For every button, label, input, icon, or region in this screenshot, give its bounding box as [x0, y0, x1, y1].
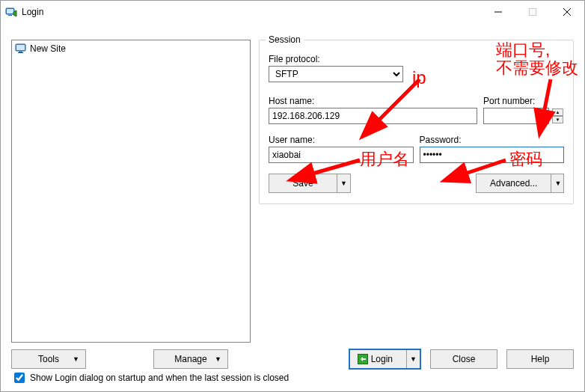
close-button[interactable]	[550, 1, 584, 23]
port-number-input[interactable]	[483, 108, 549, 124]
svg-rect-9	[19, 52, 22, 52]
login-button-main[interactable]: Login	[350, 350, 406, 368]
minimize-button[interactable]	[481, 1, 515, 23]
advanced-button-dropdown[interactable]: ▼	[551, 174, 564, 192]
session-group: Session File protocol: SFTP Host name: P…	[259, 40, 574, 204]
save-button-main[interactable]: Save	[269, 174, 337, 192]
window-title: Login	[22, 7, 481, 17]
save-button[interactable]: Save ▼	[269, 174, 351, 193]
help-button[interactable]: Help	[506, 349, 574, 369]
show-login-checkbox-input[interactable]	[14, 373, 25, 383]
login-button-dropdown[interactable]: ▼	[406, 350, 420, 368]
sites-list[interactable]: New Site	[11, 40, 251, 343]
monitor-icon	[15, 43, 27, 55]
close-dialog-label: Close	[453, 354, 476, 364]
site-item-new-site[interactable]: New Site	[15, 42, 247, 55]
user-name-input[interactable]	[269, 147, 414, 163]
maximize-button[interactable]	[515, 1, 550, 23]
host-name-label: Host name:	[269, 96, 477, 106]
svg-rect-2	[8, 15, 12, 16]
show-login-checkbox-label: Show Login dialog on startup and when th…	[30, 373, 289, 383]
file-protocol-select[interactable]: SFTP	[269, 66, 403, 82]
tools-button-label: Tools	[38, 354, 59, 364]
advanced-button-main[interactable]: Advanced...	[477, 174, 551, 192]
password-label: Password:	[420, 135, 565, 145]
manage-button-label: Manage	[174, 354, 206, 364]
host-name-input[interactable]	[269, 108, 477, 124]
help-button-label: Help	[531, 354, 550, 364]
port-spinner-up[interactable]: ▲	[552, 108, 563, 116]
svg-rect-8	[16, 45, 25, 50]
titlebar: Login	[1, 1, 584, 23]
chevron-down-icon: ▼	[215, 355, 221, 363]
chevron-down-icon: ▼	[73, 355, 79, 363]
file-protocol-label: File protocol:	[269, 54, 564, 64]
site-item-label: New Site	[30, 43, 66, 54]
password-input[interactable]	[420, 147, 565, 163]
session-legend: Session	[266, 34, 304, 45]
app-icon	[5, 6, 17, 18]
advanced-button[interactable]: Advanced... ▼	[476, 174, 564, 193]
close-dialog-button[interactable]: Close	[430, 349, 497, 369]
save-button-dropdown[interactable]: ▼	[337, 174, 350, 192]
svg-rect-4	[530, 9, 536, 16]
bottom-button-row: Tools ▼ Manage ▼ Login	[11, 349, 574, 370]
manage-button[interactable]: Manage ▼	[153, 349, 228, 369]
svg-rect-1	[7, 9, 13, 13]
port-spinner: ▲ ▼	[552, 108, 563, 123]
tools-button[interactable]: Tools ▼	[11, 349, 86, 369]
port-number-label: Port number:	[483, 96, 564, 106]
user-name-label: User name:	[269, 135, 414, 145]
login-button-label: Login	[371, 354, 393, 364]
login-button[interactable]: Login ▼	[349, 349, 421, 370]
login-icon	[358, 354, 368, 364]
login-dialog: Login	[0, 0, 585, 392]
show-login-on-startup-checkbox[interactable]: Show Login dialog on startup and when th…	[11, 370, 289, 385]
window-controls	[481, 1, 584, 23]
svg-rect-10	[18, 52, 23, 53]
port-spinner-down[interactable]: ▼	[552, 116, 563, 123]
